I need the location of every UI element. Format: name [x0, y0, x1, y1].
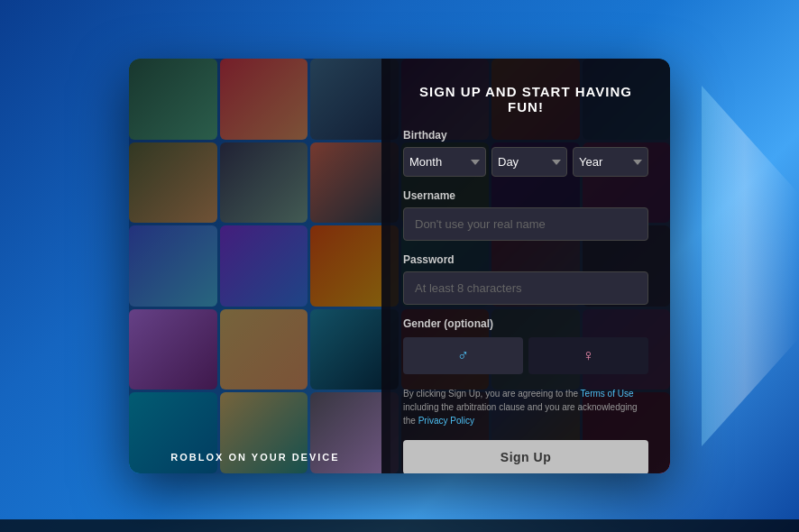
- signup-button[interactable]: Sign Up: [403, 440, 648, 473]
- terms-text: By clicking Sign Up, you are agreeing to…: [403, 387, 648, 427]
- birthday-row: Month January February March April May J…: [403, 147, 648, 177]
- form-panel: SIGN UP AND START HAVING FUN! Birthday M…: [381, 59, 670, 473]
- terms-of-use-link[interactable]: Terms of Use: [581, 389, 634, 399]
- username-input[interactable]: [403, 207, 648, 241]
- gender-label: Gender (optional): [403, 317, 648, 330]
- month-select[interactable]: Month January February March April May J…: [403, 147, 486, 177]
- password-input[interactable]: [403, 271, 648, 305]
- form-title: SIGN UP AND START HAVING FUN!: [403, 84, 648, 115]
- username-label: Username: [403, 189, 648, 202]
- day-select[interactable]: Day 1 2 3 15 31: [491, 147, 567, 177]
- privacy-policy-link[interactable]: Privacy Policy: [418, 416, 474, 426]
- male-icon: ♂: [457, 346, 470, 365]
- female-icon: ♀: [583, 346, 595, 365]
- year-select[interactable]: Year 2024 2010 2000 1990: [573, 147, 648, 177]
- password-label: Password: [403, 253, 648, 266]
- gender-row: ♂ ♀: [403, 337, 648, 374]
- bottom-banner-text: ROBLOX ON YOUR DEVICE: [170, 452, 339, 463]
- left-dark-overlay: [129, 59, 390, 473]
- bottom-banner: ROBLOX ON YOUR DEVICE: [129, 439, 381, 473]
- taskbar: [0, 519, 799, 532]
- gender-male-button[interactable]: ♂: [403, 337, 523, 374]
- signup-modal: ROBLOX ON YOUR DEVICE SIGN UP AND START …: [129, 59, 670, 473]
- gender-female-button[interactable]: ♀: [528, 337, 648, 374]
- birthday-label: Birthday: [403, 129, 648, 142]
- terms-before-text: By clicking Sign Up, you are agreeing to…: [403, 389, 581, 399]
